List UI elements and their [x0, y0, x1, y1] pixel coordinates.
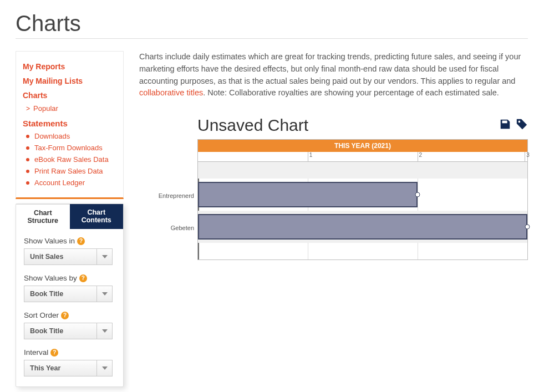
nav-statements-tax-form[interactable]: Tax-Form Downloads	[23, 142, 116, 154]
nav-sub-label: Popular	[33, 104, 58, 113]
select-value: This Year	[24, 364, 96, 372]
tab-chart-contents[interactable]: Chart Contents	[70, 204, 124, 229]
show-values-in-label: Show Values in ?	[24, 237, 115, 245]
show-values-by-select[interactable]: Book Title	[24, 286, 113, 302]
chevron-down-icon	[96, 249, 112, 264]
sort-order-label: Sort Order ?	[24, 311, 115, 319]
bullet-icon	[26, 181, 29, 185]
nav-sub-label: Downloads	[34, 132, 70, 140]
help-icon[interactable]: ?	[61, 312, 69, 319]
chevron-down-icon	[96, 360, 112, 376]
tab-chart-structure[interactable]: Chart Structure	[16, 204, 70, 229]
chart-bar[interactable]	[198, 214, 527, 240]
help-icon[interactable]: ?	[77, 237, 85, 245]
nav-statements-ebook-raw[interactable]: eBook Raw Sales Data	[23, 154, 116, 165]
sort-order-select[interactable]: Book Title	[24, 323, 113, 339]
chart-bar-row	[198, 179, 527, 211]
chart-bar-row	[198, 211, 527, 243]
bullet-icon	[26, 146, 29, 150]
report-nav: My Reports My Mailing Lists Charts > Pop…	[16, 51, 124, 199]
chart-title: Unsaved Chart	[197, 116, 308, 135]
nav-my-mailing-lists[interactable]: My Mailing Lists	[23, 74, 116, 88]
nav-sub-label: Account Ledger	[34, 179, 85, 187]
chart-category-label: Gebeten	[139, 212, 194, 244]
nav-charts[interactable]: Charts	[23, 88, 116, 103]
nav-my-reports[interactable]: My Reports	[23, 59, 116, 74]
nav-sub-label: eBook Raw Sales Data	[34, 155, 109, 164]
nav-statements-downloads[interactable]: Downloads	[23, 130, 116, 142]
show-values-in-select[interactable]: Unit Sales	[24, 248, 113, 265]
nav-statements-print-raw[interactable]: Print Raw Sales Data	[23, 165, 116, 177]
chart-bar-handle[interactable]	[525, 225, 530, 230]
chart-row-spacer	[198, 243, 527, 259]
collaborative-titles-link[interactable]: collaborative titles	[139, 88, 203, 97]
page-title: Charts	[16, 11, 528, 39]
nav-charts-popular[interactable]: > Popular	[23, 103, 116, 114]
nav-statements-header: Statements	[23, 114, 116, 130]
chart-tick: 1	[308, 152, 313, 161]
chart-bar[interactable]	[198, 182, 418, 207]
tag-icon[interactable]	[516, 118, 528, 133]
chevron-right-icon: >	[26, 105, 30, 113]
save-icon[interactable]	[499, 118, 511, 133]
chart-period-header: THIS YEAR (2021)	[198, 140, 527, 152]
chevron-down-icon	[96, 286, 112, 302]
chart-category-label: Entreprenerd	[139, 180, 194, 212]
interval-select[interactable]: This Year	[24, 360, 113, 376]
chart-row-spacer	[198, 162, 527, 179]
show-values-by-label: Show Values by ?	[24, 274, 115, 282]
select-value: Unit Sales	[24, 253, 96, 261]
chart-x-axis: 1 2 3	[198, 152, 527, 162]
bullet-icon	[26, 170, 29, 173]
chart-tick: 3	[525, 152, 530, 161]
chevron-down-icon	[96, 323, 112, 339]
intro-text: Charts include daily estimates which are…	[139, 51, 528, 99]
chart-config-panel: Chart Structure Chart Contents Show Valu…	[16, 203, 124, 387]
bullet-icon	[26, 158, 29, 161]
select-value: Book Title	[24, 327, 96, 335]
nav-statements-ledger[interactable]: Account Ledger	[23, 177, 116, 189]
help-icon[interactable]: ?	[50, 349, 58, 357]
select-value: Book Title	[24, 290, 96, 298]
bullet-icon	[26, 135, 29, 138]
nav-sub-label: Print Raw Sales Data	[34, 167, 103, 175]
nav-sub-label: Tax-Form Downloads	[34, 144, 103, 152]
chart-plot: Entreprenerd Gebeten THIS YEAR (2021) 1 …	[139, 139, 528, 260]
chart-tick: 2	[418, 152, 423, 161]
help-icon[interactable]: ?	[79, 274, 87, 282]
chart-bar-handle[interactable]	[415, 192, 420, 197]
interval-label: Interval ?	[24, 348, 115, 357]
